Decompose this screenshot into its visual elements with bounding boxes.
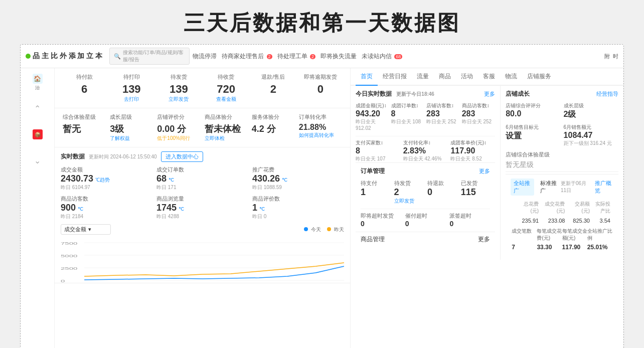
dg-value: 8 [391, 109, 425, 118]
tab-logistics[interactable]: 物流 [500, 68, 522, 86]
realtime-time: 更新时间 2024-06-12 15:50:40 [89, 153, 157, 160]
dg-cell-conversion: 支付转化率↕ 2.83% 昨日全天 42.46% [403, 139, 448, 162]
nav-item-flow[interactable]: 即将换失流量 [320, 52, 357, 61]
tab-home[interactable]: 首页 [356, 68, 378, 86]
sidebar-icon-red[interactable]: 📦 [28, 124, 48, 144]
stat-link[interactable]: 查看金额 [203, 96, 250, 103]
r-warn: 低于100%同行 [157, 135, 200, 142]
sidebar-icon-arrow[interactable]: ⌃ [28, 98, 48, 118]
tab-daily[interactable]: 经营日报 [378, 68, 412, 86]
tab-service[interactable]: 客服 [478, 68, 500, 86]
sidebar-icon-home[interactable]: 🏠 治 [28, 72, 48, 92]
r-label: 服务体验分 [252, 113, 295, 121]
m-link[interactable]: ℃趋势 [95, 177, 110, 184]
m-value: 1 [252, 203, 257, 213]
promo-table-header: 总花费(元) 成交花费(元) 交易额(元) 实际投产比 [512, 200, 612, 216]
realtime-metrics: 成交金额 2430.73 ℃趋势 昨日 6104.97 成交订单数 68 ℃ [61, 166, 344, 220]
m-link[interactable]: ℃ [282, 177, 287, 183]
order-more-link[interactable]: 更多 [479, 167, 490, 175]
r2-label1: 成交笔数 [512, 228, 537, 242]
promo-tab-all[interactable]: 全站推广 [511, 179, 534, 196]
m-prev: 昨日 171 [156, 184, 248, 191]
m-link[interactable]: ℃ [259, 206, 265, 212]
online-dot [26, 54, 31, 59]
m-value: 900 [61, 203, 76, 213]
stat-yuqi: 即将逾期发货 0 [297, 73, 344, 103]
svg-text:08:00: 08:00 [306, 283, 326, 284]
sg-link[interactable]: 经营指导 [596, 90, 618, 98]
og-cell-shipped: 已发货 115 [461, 180, 491, 205]
tab-product[interactable]: 商品 [434, 68, 456, 86]
badge-workorder: 2 [310, 54, 315, 59]
r2-val4: 25.01% [587, 244, 612, 251]
stat-value: 6 [61, 83, 108, 96]
r-label: 店铺评价分 [157, 113, 200, 121]
dashboard-wrapper: 品 主 比 外 添 加 立 本 🔍 搜索功能/订单/商品/规则/客服/报告 物流… [20, 44, 624, 348]
sg-row1: 店铺综合评评分 80.0 成长层级 2级 [506, 102, 618, 120]
svg-text:04:00: 04:00 [170, 283, 189, 284]
sg-value-link[interactable]: 设置 [506, 131, 560, 141]
nav-right-item1[interactable]: 附 [604, 53, 610, 60]
m-prev: 昨日 4288 [156, 213, 248, 220]
yesterday-dot [327, 227, 331, 231]
order-grid: 待支付 1 待发货 2 立即发货 待退款 0 [361, 180, 490, 205]
shop-growth: 店铺成长 经营指导 店铺综合评评分 80.0 成长层级 2级 [506, 90, 618, 169]
dg-prev: 昨日全天 912.02 [356, 118, 389, 131]
stat-link[interactable]: 立即发货 [155, 96, 202, 103]
th-trade-amount: 交易额(元) [568, 200, 592, 216]
nav-item-label: 未读站内信 [362, 53, 392, 60]
sg-item-level: 成长层级 2级 [564, 102, 618, 120]
og-cell-pending: 待支付 1 [361, 180, 390, 205]
r-sub[interactable]: 立即体检 [205, 135, 248, 142]
og-link[interactable]: 立即发货 [394, 198, 424, 205]
nav-right-item2[interactable]: 时 [613, 53, 618, 60]
stat-daifh: 待发货 139 立即发货 [155, 73, 202, 103]
tab-flow[interactable]: 流量 [412, 68, 434, 86]
svg-text:0: 0 [61, 279, 65, 283]
nav-item-label: 待处理工单 [277, 53, 307, 60]
star-label: 店铺综合体验星级 [506, 151, 618, 158]
badge-message: 68 [394, 54, 402, 59]
chart-dropdown[interactable]: 成交金额 ▾ [61, 224, 111, 235]
dg-cell-prodvisit: 商品访客数↕ 283 昨日全天 252 [462, 102, 496, 131]
promo-overview-link[interactable]: 推广概览 [595, 180, 613, 195]
search-bar[interactable]: 🔍 搜索功能/订单/商品/规则/客服/报告 [109, 48, 190, 65]
more-link[interactable]: 更多 [484, 90, 495, 98]
r2-val3: 117.90 [562, 244, 587, 251]
nav-item-logistics[interactable]: 物流停滞 [193, 52, 217, 61]
m-link[interactable]: ℃ [179, 206, 184, 212]
right-panel: 首页 经营日报 流量 商品 活动 客服 物流 店铺服务 今日实时数据 更新于今日… [351, 68, 623, 348]
dg-label: 成团客单价(元)↕ [450, 139, 495, 146]
nav-item-message[interactable]: 未读站内信 68 [362, 52, 402, 61]
m-link[interactable]: ℃ [78, 206, 83, 212]
enter-data-center-button[interactable]: 进入数据中心 [161, 151, 203, 162]
tab-shopservice[interactable]: 店铺服务 [522, 68, 556, 86]
stat-tkyh: 退款/售后 2 [250, 73, 297, 103]
r-value: 暂无 [63, 123, 106, 135]
prod-more-link[interactable]: 更多 [478, 235, 490, 244]
stat-link[interactable]: 去打印 [108, 96, 155, 103]
stat-label: 退款/售后 [250, 73, 297, 81]
page-title-area: 三天后数据和第一天数据图 [0, 0, 644, 44]
dg-value: 2.83% [403, 146, 448, 155]
metric-amount: 成交金额 2430.73 ℃趋势 昨日 6104.97 [61, 166, 152, 191]
og-cell-refund: 待退款 0 [427, 180, 457, 205]
sg-label: 店铺综合评评分 [506, 102, 560, 109]
nav-item-workorder[interactable]: 待处理工单 2 [277, 52, 315, 61]
r-sub[interactable]: 如何提高转化率 [299, 132, 342, 139]
og-label: 已发货 [461, 180, 491, 187]
r-sub[interactable]: 了解权益 [110, 135, 153, 142]
metric-reviews: 商品评价数 1 ℃ 昨日 0 [252, 195, 344, 220]
sidebar-icon-arrow2[interactable]: ⌄ [28, 150, 48, 170]
tab-activity[interactable]: 活动 [456, 68, 478, 86]
m-link[interactable]: ℃ [169, 177, 174, 183]
stat-value: 139 [155, 83, 202, 96]
prod-mgmt-title: 商品管理 [361, 235, 385, 244]
td-trade-cost: 233.08 [542, 217, 567, 225]
nav-item-aftersale[interactable]: 待商家处理售后 2 [222, 52, 272, 61]
promo-tab-standard[interactable]: 标准推广 [537, 179, 561, 196]
og-cell-urge: 催付超时 0 [405, 212, 446, 228]
dg-prev: 昨日全天 8.52 [450, 155, 495, 162]
chart-legend: 今天 昨天 [304, 226, 344, 233]
realtime-section: 实时数据 更新时间 2024-06-12 15:50:40 进入数据中心 成交金… [55, 147, 350, 283]
